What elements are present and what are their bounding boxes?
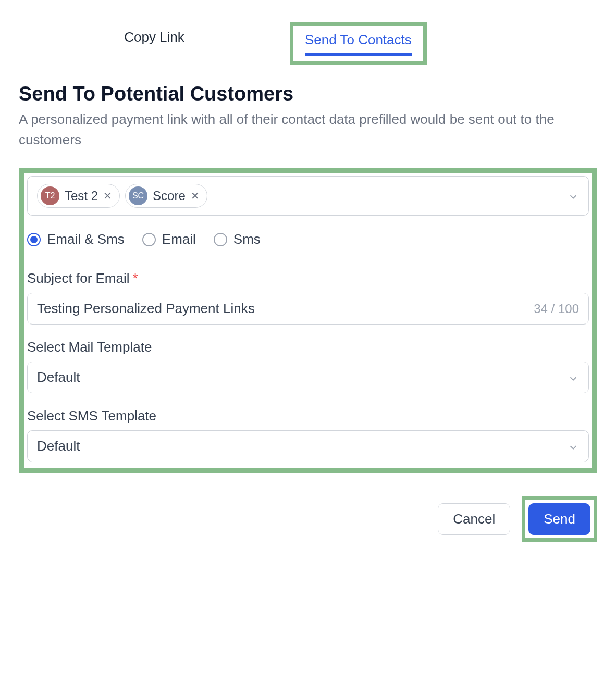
remove-icon[interactable]: ✕ [103,190,112,202]
contact-chip-label: Score [153,189,186,203]
chevron-down-icon [568,441,579,452]
contact-chip[interactable]: T2 Test 2 ✕ [37,184,120,208]
mail-template-select[interactable]: Default [27,362,589,393]
send-button[interactable]: Send [528,503,590,535]
page-subtitle: A personalized payment link with all of … [19,109,597,150]
tab-active-underline [305,53,412,56]
radio-label: Email & Sms [47,231,125,247]
form-highlight-box: T2 Test 2 ✕ SC Score ✕ Email & Sms Email [19,168,597,473]
avatar: SC [129,186,147,205]
char-counter: 34 / 100 [534,302,579,316]
chevron-down-icon[interactable] [568,190,579,202]
radio-email-sms[interactable]: Email & Sms [27,231,125,247]
mail-template-value: Default [37,369,80,385]
cancel-button[interactable]: Cancel [438,503,510,535]
contact-chip[interactable]: SC Score ✕ [125,184,207,208]
send-highlight-box: Send [522,496,597,542]
sms-template-value: Default [37,438,80,454]
radio-sms[interactable]: Sms [214,231,261,247]
footer-actions: Cancel Send [19,496,597,542]
subject-label: Subject for Email* [27,270,589,286]
required-asterisk: * [133,270,138,286]
channel-radio-group: Email & Sms Email Sms [27,231,589,247]
contacts-multiselect[interactable]: T2 Test 2 ✕ SC Score ✕ [27,176,589,216]
radio-indicator [27,233,41,246]
radio-email[interactable]: Email [142,231,196,247]
sms-template-select[interactable]: Default [27,430,589,462]
remove-icon[interactable]: ✕ [191,190,200,202]
tabs: Copy Link Send To Contacts [19,22,597,65]
radio-indicator [142,233,156,246]
radio-label: Email [162,231,196,247]
mail-template-label: Select Mail Template [27,339,589,355]
subject-value: Testing Personalized Payment Links [37,301,255,317]
contact-chip-label: Test 2 [65,189,98,203]
radio-label: Sms [233,231,261,247]
avatar: T2 [41,186,59,205]
radio-indicator [214,233,227,246]
tab-send-contacts[interactable]: Send To Contacts [305,32,412,48]
tab-send-contacts-highlight: Send To Contacts [290,22,427,65]
page-title: Send To Potential Customers [19,83,597,105]
sms-template-label: Select SMS Template [27,408,589,424]
subject-input[interactable]: Testing Personalized Payment Links 34 / … [27,293,589,325]
chevron-down-icon [568,372,579,383]
tab-copy-link[interactable]: Copy Link [19,22,290,65]
